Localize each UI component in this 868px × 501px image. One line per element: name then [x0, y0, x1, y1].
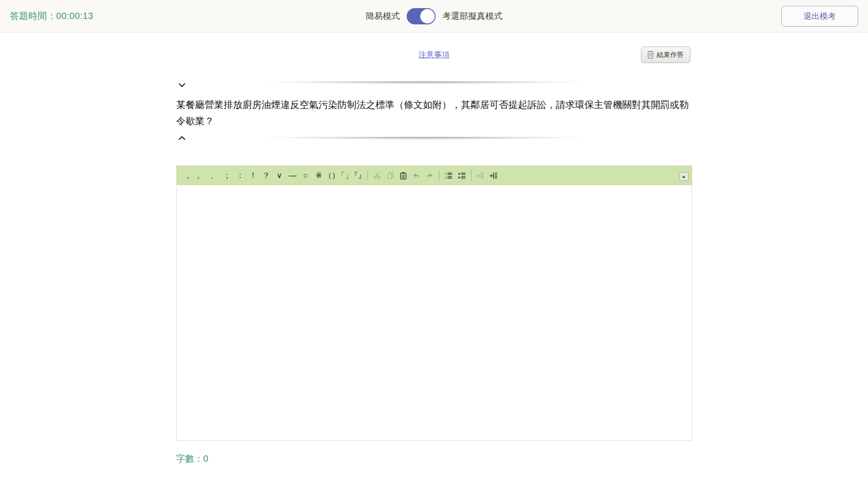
punct-dash-button[interactable]: — [286, 169, 299, 183]
punct-dunhao-button[interactable]: 、 [208, 169, 221, 183]
chevron-down-icon[interactable] [179, 83, 185, 88]
word-count: 字數：0 [176, 453, 692, 465]
undo-icon [412, 172, 420, 179]
topbar: 答題時間：00:00:13 簡易模式 考選部擬真模式 退出模考 [0, 0, 868, 33]
notice-link[interactable]: 注意事項 [419, 50, 449, 60]
punct-question-button[interactable]: ？ [260, 169, 273, 183]
up-triangle-icon [682, 175, 686, 178]
mode-toggle-group: 簡易模式 考選部擬真模式 [366, 8, 503, 24]
punct-circle-button[interactable]: ○ [299, 169, 312, 183]
toolbar-separator [471, 170, 472, 181]
main-content: 注意事項 結束作答 某餐廳營業排放廚房油煙違反空氣污染防制法之標準（條文如附），… [176, 46, 692, 465]
ordered-list-icon: 1 2 [445, 172, 453, 179]
editor-toolbar: ， 。 、 ； ： ！ ？ ∨ — ○ ※ （） 「」 『』 [177, 166, 692, 185]
divider-shadow [223, 137, 625, 141]
collapse-toolbar-button[interactable] [679, 172, 689, 181]
toggle-knob [420, 9, 435, 23]
paste-button[interactable] [397, 169, 410, 183]
punct-parentheses-button[interactable]: （） [326, 169, 339, 183]
unordered-list-button[interactable] [455, 169, 468, 183]
unordered-list-icon [458, 172, 466, 179]
copy-icon [387, 172, 394, 179]
copy-button[interactable] [384, 169, 397, 183]
svg-text:2: 2 [445, 176, 447, 179]
cut-icon [373, 172, 381, 179]
toolbar-separator [439, 170, 439, 181]
finish-answer-button[interactable]: 結束作答 [641, 47, 690, 63]
question-fold-bottom [176, 134, 692, 142]
answer-timer: 答題時間：00:00:13 [10, 10, 93, 22]
mode-toggle[interactable] [407, 8, 436, 24]
exit-mock-exam-button[interactable]: 退出模考 [781, 6, 858, 27]
word-count-value: 0 [203, 454, 208, 464]
ordered-list-button[interactable]: 1 2 [442, 169, 455, 183]
answer-text-area[interactable] [177, 185, 692, 440]
question-text: 某餐廳營業排放廚房油煙違反空氣污染防制法之標準（條文如附），其鄰居可否提起訴訟，… [176, 97, 692, 129]
redo-icon [425, 172, 434, 179]
punct-period-button[interactable]: 。 [194, 169, 208, 183]
outdent-icon [476, 172, 485, 179]
punct-colon-button[interactable]: ： [234, 169, 247, 183]
redo-button[interactable] [423, 169, 436, 183]
indent-icon [490, 172, 498, 179]
divider-shadow [223, 81, 625, 85]
finish-answer-label: 結束作答 [657, 51, 684, 59]
punct-reference-mark-button[interactable]: ※ [312, 169, 326, 183]
chevron-up-icon[interactable] [179, 136, 185, 140]
cut-button[interactable] [371, 169, 384, 183]
question-fold-top [176, 80, 692, 88]
punct-comma-button[interactable]: ， [181, 169, 194, 183]
punct-double-corner-brackets-button[interactable]: 『』 [352, 169, 365, 183]
svg-text:1: 1 [445, 172, 447, 175]
punct-check-button[interactable]: ∨ [273, 169, 286, 183]
indent-button[interactable] [487, 169, 500, 183]
punct-exclamation-button[interactable]: ！ [247, 169, 260, 183]
answer-editor: ， 。 、 ； ： ！ ？ ∨ — ○ ※ （） 「」 『』 [176, 165, 692, 441]
punct-corner-brackets-button[interactable]: 「」 [339, 169, 352, 183]
subheader: 注意事項 結束作答 [176, 46, 692, 63]
document-icon [647, 51, 654, 59]
outdent-button[interactable] [474, 169, 487, 183]
exam-mode-label: 考選部擬真模式 [443, 10, 503, 22]
toolbar-separator [368, 170, 368, 181]
word-count-label: 字數： [176, 454, 203, 464]
paste-icon [399, 172, 407, 180]
simple-mode-label: 簡易模式 [366, 10, 400, 22]
punct-semicolon-button[interactable]: ； [221, 169, 234, 183]
undo-button[interactable] [410, 169, 423, 183]
